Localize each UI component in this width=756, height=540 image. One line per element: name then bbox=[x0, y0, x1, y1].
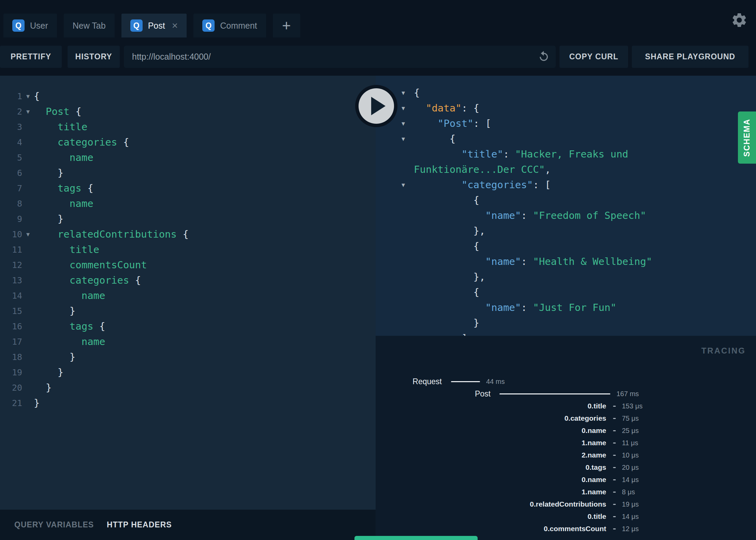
query-variables-tab[interactable]: QUERY VARIABLES bbox=[14, 520, 94, 529]
code-text: }, bbox=[414, 269, 485, 285]
fold-arrow-icon[interactable]: ▾ bbox=[402, 116, 414, 131]
fold-spacer bbox=[402, 269, 414, 285]
trace-duration: 10 μs bbox=[622, 451, 639, 459]
code-text: { bbox=[34, 89, 40, 104]
fold-arrow-icon[interactable]: ▾ bbox=[402, 131, 414, 147]
trace-duration: 153 μs bbox=[622, 402, 642, 410]
tracing-title: TRACING bbox=[701, 346, 746, 356]
prettify-button[interactable]: PRETTIFY bbox=[0, 46, 62, 68]
query-editor-pane[interactable]: 1▾{2▾ Post {3 title4 categories {5 name6… bbox=[0, 76, 376, 510]
code-text: name bbox=[34, 288, 105, 303]
fold-spacer bbox=[22, 181, 34, 196]
trace-list: Request 44 ms Post 167 ms 0.title153 μs0… bbox=[376, 375, 756, 535]
line-number: 17 bbox=[0, 334, 22, 349]
fold-arrow-icon[interactable]: ▾ bbox=[22, 89, 34, 104]
settings-button[interactable] bbox=[731, 12, 748, 29]
reload-button[interactable] bbox=[537, 50, 550, 63]
code-text: } bbox=[34, 349, 75, 365]
fold-spacer bbox=[402, 193, 414, 208]
trace-row: 0.tags20 μs bbox=[376, 461, 756, 474]
fold-spacer bbox=[402, 208, 414, 223]
trace-label: 0.title bbox=[376, 402, 606, 410]
schema-tab-label: SCHEMA bbox=[742, 119, 752, 157]
code-text: name bbox=[34, 196, 93, 211]
code-text: { bbox=[414, 239, 479, 254]
trace-label: 1.name bbox=[376, 488, 606, 496]
trace-duration: 25 μs bbox=[622, 427, 639, 435]
tab-post[interactable]: QPost× bbox=[121, 14, 187, 38]
editor-line: 8 name bbox=[0, 196, 376, 211]
fold-spacer bbox=[22, 211, 34, 227]
line-number: 9 bbox=[0, 211, 22, 227]
endpoint-url-input[interactable] bbox=[124, 46, 556, 68]
response-line: "name": "Health & Wellbeing" bbox=[376, 254, 756, 269]
tab-user[interactable]: QUser bbox=[3, 14, 57, 38]
endpoint-url-field bbox=[124, 46, 556, 68]
line-number: 8 bbox=[0, 196, 22, 211]
fold-spacer bbox=[402, 239, 414, 254]
code-text: ] bbox=[414, 331, 467, 336]
tab-label: Post bbox=[148, 21, 165, 31]
query-icon: Q bbox=[12, 19, 25, 32]
fold-spacer bbox=[402, 254, 414, 269]
execute-button[interactable] bbox=[355, 85, 397, 127]
code-text: { bbox=[414, 193, 479, 208]
fold-arrow-icon[interactable]: ▾ bbox=[402, 177, 414, 193]
editor-line: 1▾{ bbox=[0, 89, 376, 104]
editor-line: 6 } bbox=[0, 165, 376, 181]
code-text: "categories": [ bbox=[414, 177, 551, 193]
trace-bar bbox=[613, 418, 616, 419]
code-text: title bbox=[34, 119, 87, 135]
response-line: "name": "Freedom of Speech" bbox=[376, 208, 756, 223]
response-line: }, bbox=[376, 223, 756, 239]
editor-line: 15 } bbox=[0, 303, 376, 319]
close-icon[interactable]: × bbox=[172, 20, 178, 31]
editor-line: 10▾ relatedContributions { bbox=[0, 227, 376, 242]
code-text: }, bbox=[414, 223, 485, 239]
line-number: 5 bbox=[0, 150, 22, 165]
http-headers-tab[interactable]: HTTP HEADERS bbox=[107, 520, 172, 529]
fold-arrow-icon[interactable]: ▾ bbox=[22, 227, 34, 242]
fold-spacer bbox=[22, 349, 34, 365]
fold-spacer bbox=[402, 162, 414, 177]
editor-line: 14 name bbox=[0, 288, 376, 303]
header: QUserNew TabQPost×QComment + PRETTIFY HI… bbox=[0, 0, 756, 76]
code-text: name bbox=[34, 334, 105, 349]
fold-arrow-icon[interactable]: ▾ bbox=[22, 104, 34, 119]
new-tab-button[interactable]: + bbox=[273, 14, 300, 38]
fold-arrow-icon[interactable]: ▾ bbox=[402, 85, 414, 101]
code-text: "Post": [ bbox=[414, 116, 491, 131]
schema-tab[interactable]: SCHEMA bbox=[738, 111, 756, 164]
fold-arrow-icon[interactable]: ▾ bbox=[402, 101, 414, 116]
trace-row: 1.name11 μs bbox=[376, 437, 756, 449]
line-number: 11 bbox=[0, 242, 22, 257]
response-line: }, bbox=[376, 269, 756, 285]
code-text: } bbox=[34, 303, 75, 319]
trace-row: 0.relatedContributions19 μs bbox=[376, 498, 756, 510]
trace-label: 0.tags bbox=[376, 463, 606, 471]
trace-duration: 14 μs bbox=[622, 513, 639, 521]
editor-line: 16 tags { bbox=[0, 319, 376, 334]
trace-row: 0.name25 μs bbox=[376, 424, 756, 437]
copy-curl-button[interactable]: COPY CURL bbox=[559, 46, 628, 68]
trace-label: 0.title bbox=[376, 512, 606, 521]
tab-new-tab[interactable]: New Tab bbox=[64, 14, 115, 38]
tab-comment[interactable]: QComment bbox=[193, 14, 266, 38]
line-number: 16 bbox=[0, 319, 22, 334]
line-number: 6 bbox=[0, 165, 22, 181]
trace-row: 0.commentsCount12 μs bbox=[376, 523, 756, 535]
editor-line: 4 categories { bbox=[0, 135, 376, 150]
fold-spacer bbox=[22, 242, 34, 257]
code-text: } bbox=[34, 380, 52, 395]
line-number: 7 bbox=[0, 181, 22, 196]
code-text: } bbox=[34, 365, 63, 380]
fold-spacer bbox=[22, 395, 34, 411]
fold-spacer bbox=[402, 223, 414, 239]
editor-line: 3 title bbox=[0, 119, 376, 135]
history-button[interactable]: HISTORY bbox=[68, 46, 120, 68]
trace-bar bbox=[613, 406, 616, 407]
trace-row-post: Post 167 ms bbox=[376, 388, 756, 400]
editor-line: 5 name bbox=[0, 150, 376, 165]
share-playground-button[interactable]: SHARE PLAYGROUND bbox=[632, 46, 748, 68]
line-number: 19 bbox=[0, 365, 22, 380]
